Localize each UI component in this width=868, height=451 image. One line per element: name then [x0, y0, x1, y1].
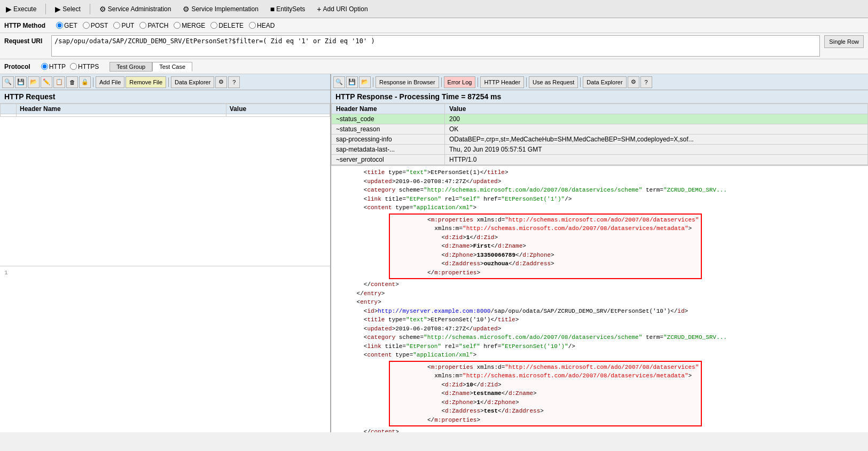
method-label: HTTP Method [4, 22, 45, 29]
protocol-row: Protocol HTTP HTTPS Test Group Test Case [0, 59, 868, 74]
error-log-button[interactable]: Error Log [444, 76, 476, 88]
left-search-btn[interactable]: 🔍 [2, 76, 14, 88]
right-sep2 [441, 77, 442, 87]
use-as-request-button[interactable]: Use as Request [529, 76, 578, 88]
right-help-btn[interactable]: ? [640, 76, 652, 88]
method-get[interactable]: GET [56, 22, 77, 29]
service-admin-icon: ⚙ [99, 5, 106, 13]
execute-button[interactable]: ▶ Execute [2, 3, 40, 15]
http-header-button[interactable]: HTTP Header [480, 76, 524, 88]
entity-sets-icon: ■ [270, 5, 275, 13]
right-open-btn[interactable]: 📂 [359, 76, 371, 88]
main-content: 🔍 💾 📂 ✏️ 📋 🗑 🔒 Add File Remove File Data… [0, 74, 868, 432]
test-group-tab[interactable]: Test Group [110, 62, 152, 72]
test-case-tab[interactable]: Test Case [152, 62, 192, 72]
left-col-value: Value [226, 104, 330, 114]
resp-header-name: ~status_reason [332, 124, 445, 134]
proto-http[interactable]: HTTP [41, 63, 66, 70]
resp-header-value: 200 [445, 114, 868, 124]
service-admin-button[interactable]: ⚙ Service Administration [96, 3, 175, 15]
main-toolbar: ▶ Execute ▶ Select ⚙ Service Administrat… [0, 0, 868, 18]
right-settings-btn[interactable]: ⚙ [628, 76, 639, 88]
right-sep5 [580, 77, 581, 87]
add-uri-button[interactable]: + Add URI Option [313, 3, 371, 15]
execute-icon: ▶ [6, 5, 12, 13]
method-put[interactable]: PUT [113, 22, 134, 29]
entity-sets-label: EntitySets [276, 5, 305, 13]
right-panel: 🔍 💾 📂 Response in Browser Error Log HTTP… [331, 74, 868, 432]
remove-file-button[interactable]: Remove File [126, 76, 166, 88]
xml-after-second-block: </content> </entry> </feed> [335, 428, 864, 432]
xml-text: <title type="text">EtPersonSet(1)</title… [335, 169, 727, 211]
entity-sets-button[interactable]: ■ EntitySets [267, 3, 309, 15]
method-radio-group: GET POST PUT PATCH MERGE DELETE HEAD [56, 22, 275, 29]
xml-after-first-block: </content> </entry> <entry> <id>http://m… [335, 280, 864, 360]
method-row: HTTP Method GET POST PUT PATCH MERGE DEL… [0, 18, 868, 33]
protocol-group: HTTP HTTPS [41, 63, 99, 70]
right-toolbar: 🔍 💾 📂 Response in Browser Error Log HTTP… [331, 74, 868, 90]
row-header-name [17, 114, 226, 117]
response-headers-table: Header Name Value ~status_code200~status… [331, 104, 868, 165]
right-save-btn[interactable]: 💾 [346, 76, 358, 88]
single-row-button[interactable]: Single Row [824, 35, 864, 48]
uri-input[interactable]: /sap/opu/odata/SAP/ZCRUD_DEMO_SRV/EtPers… [51, 35, 820, 57]
method-post[interactable]: POST [83, 22, 108, 29]
add-uri-icon: + [317, 5, 321, 13]
resp-header-value: OK [445, 124, 868, 134]
left-lock-btn[interactable]: 🔒 [79, 76, 91, 88]
service-impl-label: Service Implementation [191, 5, 258, 13]
row-value [226, 114, 330, 117]
resp-header-row: ~status_reasonOK [332, 124, 868, 134]
left-sep [93, 77, 93, 87]
left-save-btn[interactable]: 💾 [15, 76, 27, 88]
method-merge[interactable]: MERGE [174, 22, 205, 29]
right-data-explorer-button[interactable]: Data Explorer [583, 76, 626, 88]
resp-header-row: ~server_protocolHTTP/1.0 [332, 155, 868, 165]
method-delete[interactable]: DELETE [210, 22, 244, 29]
right-xml-content[interactable]: <title type="text">EtPersonSet(1)</title… [331, 165, 868, 432]
uri-row: Request URI /sap/opu/odata/SAP/ZCRUD_DEM… [0, 33, 868, 59]
right-sep3 [478, 77, 478, 87]
xml-highlight-box-1: <m:properties xmlns:d="http://schemas.mi… [389, 213, 702, 280]
tab-group: Test Group Test Case [110, 62, 192, 72]
left-col-icon [1, 104, 17, 114]
service-impl-icon: ⚙ [183, 5, 190, 13]
protocol-label: Protocol [4, 63, 30, 70]
left-settings-btn[interactable]: ⚙ [215, 76, 227, 88]
left-edit-btn[interactable]: ✏️ [41, 76, 52, 88]
left-del-btn[interactable]: 🗑 [66, 76, 78, 88]
select-button[interactable]: ▶ Select [51, 3, 84, 15]
resp-header-value: Thu, 20 Jun 2019 05:57:51 GMT [445, 145, 868, 155]
resp-col-header-name: Header Name [332, 104, 445, 114]
xml-highlight-box-2: <m:properties xmlns:d="http://schemas.mi… [389, 361, 702, 427]
left-panel: 🔍 💾 📂 ✏️ 📋 🗑 🔒 Add File Remove File Data… [0, 74, 331, 432]
method-patch[interactable]: PATCH [139, 22, 168, 29]
response-headers-section: Header Name Value ~status_code200~status… [331, 104, 868, 165]
select-label: Select [62, 5, 80, 13]
toolbar-sep-2 [90, 4, 90, 14]
right-sep1 [373, 77, 373, 87]
left-open-btn[interactable]: 📂 [28, 76, 40, 88]
add-file-button[interactable]: Add File [96, 76, 124, 88]
left-header-table: Header Name Value [0, 104, 330, 117]
method-head[interactable]: HEAD [249, 22, 275, 29]
resp-col-value: Value [445, 104, 868, 114]
proto-https[interactable]: HTTPS [70, 63, 99, 70]
line-number: 1 [4, 270, 8, 276]
resp-header-value: HTTP/1.0 [445, 155, 868, 165]
service-impl-button[interactable]: ⚙ Service Implementation [179, 3, 262, 15]
execute-label: Execute [13, 5, 36, 13]
table-row [1, 114, 330, 117]
add-uri-label: Add URI Option [323, 5, 368, 13]
resp-header-row: ~status_code200 [332, 114, 868, 124]
left-help-btn[interactable]: ? [228, 76, 240, 88]
left-copy-btn[interactable]: 📋 [53, 76, 65, 88]
right-search-btn[interactable]: 🔍 [333, 76, 345, 88]
left-xml-area[interactable]: 1 [0, 266, 330, 433]
left-panel-title: HTTP Request [0, 90, 330, 104]
response-browser-button[interactable]: Response in Browser [376, 76, 439, 88]
select-icon: ▶ [55, 5, 61, 13]
resp-header-name: ~status_code [332, 114, 445, 124]
left-data-explorer-button[interactable]: Data Explorer [171, 76, 214, 88]
left-header-table-container: Header Name Value [0, 104, 330, 266]
